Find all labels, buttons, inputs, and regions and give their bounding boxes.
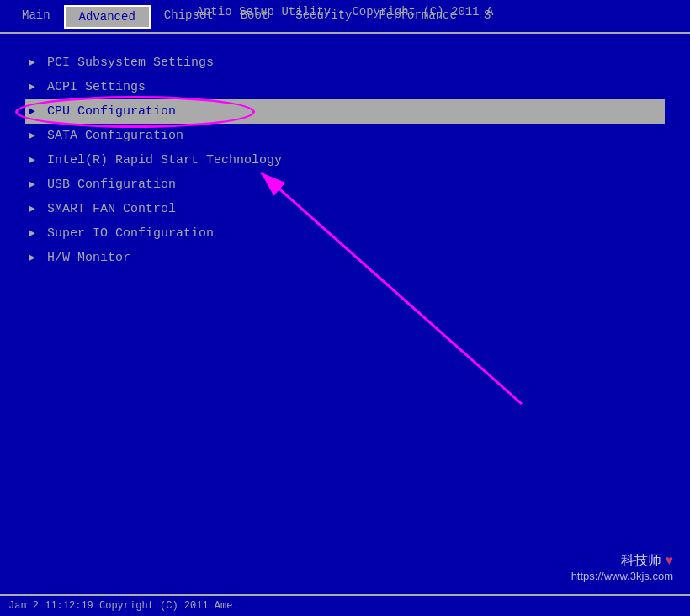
footer-bar: Jan 2 11:12:19 Copyright (C) 2011 Ame <box>0 594 690 616</box>
watermark-heart: ♥ <box>666 553 674 567</box>
watermark-brand-text: 科技师 <box>621 553 661 567</box>
submenu-arrow-rapid: ► <box>29 154 40 167</box>
label-acpi: ACPI Settings <box>47 80 146 94</box>
menu-item-acpi[interactable]: ► ACPI Settings <box>25 75 665 99</box>
submenu-arrow-cpu: ► <box>29 105 40 118</box>
tab-s[interactable]: S <box>470 5 504 29</box>
watermark-brand: 科技师 ♥ <box>571 552 673 570</box>
menu-item-super-io[interactable]: ► Super IO Configuration <box>25 221 665 246</box>
label-sata: SATA Configuration <box>47 129 183 143</box>
tab-main[interactable]: Main <box>8 5 64 29</box>
submenu-arrow-hw: ► <box>29 252 40 264</box>
submenu-arrow-sata: ► <box>29 130 40 142</box>
submenu-arrow-fan: ► <box>29 203 40 215</box>
submenu-arrow-acpi: ► <box>29 81 40 93</box>
tab-boot[interactable]: Boot <box>227 5 283 29</box>
menu-item-smart-fan[interactable]: ► SMART FAN Control <box>25 197 665 221</box>
footer-text: Jan 2 11:12:19 Copyright (C) 2011 Ame <box>8 600 232 612</box>
label-rapid-start: Intel(R) Rapid Start Technology <box>47 153 282 167</box>
menu-item-cpu[interactable]: ► CPU Configuration <box>25 99 665 124</box>
label-super-io: Super IO Configuration <box>47 226 214 241</box>
tab-security[interactable]: Security <box>282 5 365 29</box>
menu-item-rapid-start[interactable]: ► Intel(R) Rapid Start Technology <box>25 148 665 173</box>
tab-performance[interactable]: Performance <box>365 5 470 29</box>
submenu-arrow-usb: ► <box>29 178 40 191</box>
tab-advanced[interactable]: Advanced <box>64 5 151 29</box>
tab-list: Main Advanced Chipset Boot Security Perf… <box>0 5 504 29</box>
watermark-url: https://www.3kjs.com <box>571 570 673 582</box>
menu-item-usb[interactable]: ► USB Configuration <box>25 173 665 197</box>
submenu-arrow-io: ► <box>29 227 40 240</box>
tab-chipset[interactable]: Chipset <box>151 5 227 29</box>
content-area: ► PCI Subsystem Settings ► ACPI Settings… <box>0 34 690 287</box>
submenu-arrow-pci: ► <box>29 56 40 69</box>
label-hw-monitor: H/W Monitor <box>47 251 130 265</box>
label-smart-fan: SMART FAN Control <box>47 202 176 216</box>
menu-item-sata[interactable]: ► SATA Configuration <box>25 124 665 148</box>
label-cpu: CPU Configuration <box>47 104 176 119</box>
label-usb: USB Configuration <box>47 178 176 192</box>
label-pci: PCI Subsystem Settings <box>47 56 214 70</box>
menu-bar: Aptio Setup Utility - Copyright (C) 2011… <box>0 0 690 34</box>
watermark: 科技师 ♥ https://www.3kjs.com <box>571 552 673 582</box>
menu-item-pci[interactable]: ► PCI Subsystem Settings <box>25 50 665 75</box>
menu-item-hw-monitor[interactable]: ► H/W Monitor <box>25 246 665 270</box>
